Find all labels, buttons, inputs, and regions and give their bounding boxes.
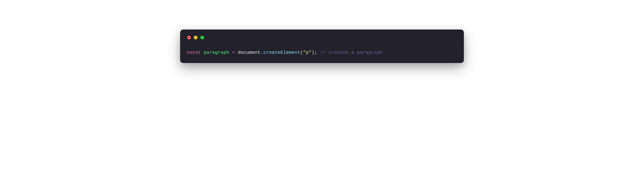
traffic-lights [187,36,457,39]
minimize-icon[interactable] [194,36,198,39]
token-space [230,50,232,55]
token-rparen: ) [312,50,314,55]
token-keyword: const [187,50,201,55]
token-space [235,50,238,55]
code-window: const paragraph = document.createElement… [180,30,464,63]
token-semicolon: ; [314,50,318,55]
token-comment: // creates a paragraph [320,50,382,55]
code-line: const paragraph = document.createElement… [187,50,457,55]
token-space [318,50,320,55]
token-variable: paragraph [204,50,229,55]
token-operator: = [232,50,235,55]
token-space [201,50,204,55]
close-icon[interactable] [187,36,191,39]
token-method: createElement [263,50,300,55]
maximize-icon[interactable] [200,36,204,39]
token-lparen: ( [300,50,303,55]
token-string: “p” [303,50,312,55]
token-object: document [238,50,260,55]
token-dot: . [260,50,263,55]
